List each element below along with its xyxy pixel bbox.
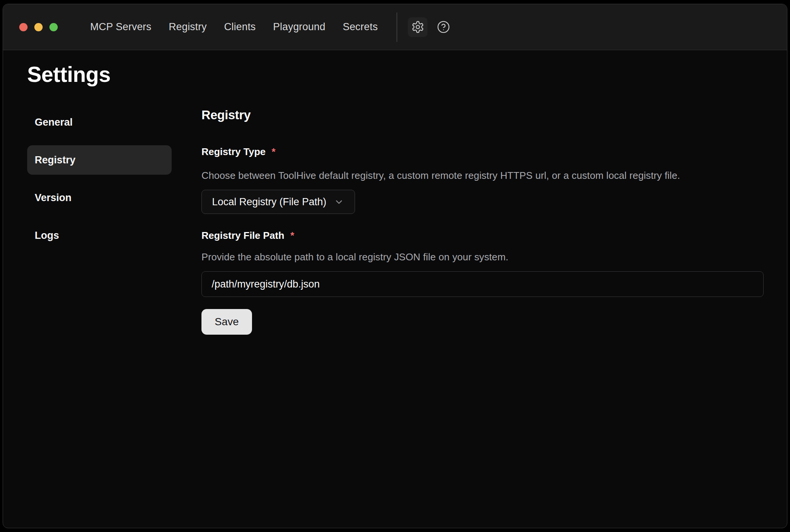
nav-item-registry[interactable]: Registry	[169, 21, 207, 33]
sidebar-item-general[interactable]: General	[27, 108, 172, 137]
sidebar-item-logs[interactable]: Logs	[27, 221, 172, 250]
minimize-button[interactable]	[34, 23, 43, 31]
sidebar-item-label: General	[35, 117, 73, 128]
nav-item-playground[interactable]: Playground	[273, 21, 326, 33]
settings-sidebar: General Registry Version Logs	[27, 108, 172, 258]
page-title: Settings	[27, 62, 764, 87]
traffic-lights	[19, 23, 58, 31]
save-button-label: Save	[215, 316, 239, 328]
help-circle-icon	[437, 20, 450, 34]
titlebar-divider	[397, 12, 397, 42]
sidebar-item-label: Registry	[35, 154, 75, 166]
required-marker: *	[290, 229, 294, 242]
chevron-down-icon	[334, 197, 344, 207]
sidebar-item-version[interactable]: Version	[27, 183, 172, 212]
registry-type-label: Registry Type	[201, 145, 266, 158]
section-heading: Registry	[201, 108, 764, 123]
gear-icon	[411, 20, 424, 34]
registry-settings-panel: Registry Registry Type * Choose between …	[201, 108, 764, 335]
settings-page: Settings General Registry Version Logs R…	[3, 50, 787, 335]
titlebar: MCP Servers Registry Clients Playground …	[3, 4, 787, 50]
required-marker: *	[272, 145, 275, 158]
app-window: MCP Servers Registry Clients Playground …	[3, 4, 787, 528]
nav-item-clients[interactable]: Clients	[224, 21, 256, 33]
sidebar-item-label: Version	[35, 192, 72, 204]
registry-file-path-input[interactable]	[201, 271, 764, 297]
sidebar-item-label: Logs	[35, 230, 59, 241]
registry-type-select[interactable]: Local Registry (File Path)	[201, 190, 355, 214]
registry-type-description: Choose between ToolHive default registry…	[201, 169, 764, 182]
zoom-button[interactable]	[49, 23, 58, 31]
registry-type-selected-value: Local Registry (File Path)	[212, 196, 326, 208]
nav-item-secrets[interactable]: Secrets	[343, 21, 378, 33]
settings-button[interactable]	[408, 17, 427, 37]
close-button[interactable]	[19, 23, 28, 31]
registry-file-path-label: Registry File Path	[201, 229, 284, 242]
help-button[interactable]	[433, 17, 453, 37]
nav-item-mcp-servers[interactable]: MCP Servers	[90, 21, 151, 33]
registry-file-path-description: Provide the absolute path to a local reg…	[201, 250, 764, 264]
titlebar-nav: MCP Servers Registry Clients Playground …	[90, 21, 378, 33]
sidebar-item-registry[interactable]: Registry	[27, 145, 172, 175]
save-button[interactable]: Save	[201, 309, 252, 335]
